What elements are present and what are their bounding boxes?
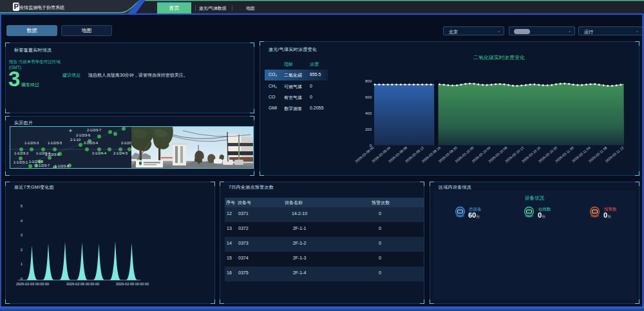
svg-text:2026-02-06 00:00:00: 2026-02-06 00:00:00 bbox=[66, 282, 99, 286]
svg-text:200: 200 bbox=[365, 127, 372, 131]
svg-text:600: 600 bbox=[365, 95, 372, 99]
svg-text:400: 400 bbox=[365, 111, 372, 115]
svg-text:800: 800 bbox=[365, 79, 372, 83]
svg-text:1: 1 bbox=[21, 262, 23, 266]
svg-text:5: 5 bbox=[21, 204, 23, 208]
svg-text:2026-02-09 00:00:00: 2026-02-09 00:00:00 bbox=[116, 282, 149, 286]
svg-text:3: 3 bbox=[21, 233, 23, 237]
svg-text:二氧化碳实时浓度变化: 二氧化碳实时浓度变化 bbox=[473, 55, 525, 61]
svg-text:4: 4 bbox=[21, 219, 23, 223]
svg-text:2: 2 bbox=[21, 248, 23, 252]
svg-text:2026-02-03 00:00:00: 2026-02-03 00:00:00 bbox=[16, 282, 49, 286]
